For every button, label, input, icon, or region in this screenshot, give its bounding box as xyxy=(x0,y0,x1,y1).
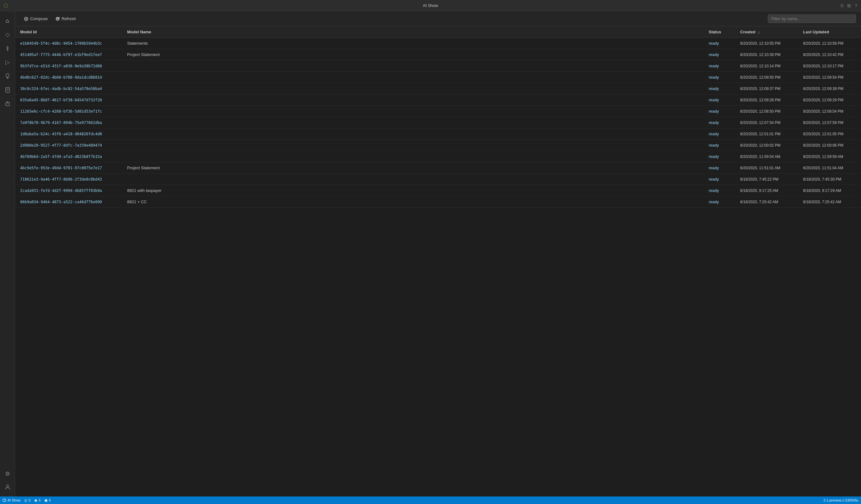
sidebar: ⌂ ◇ ▷ xyxy=(0,11,15,496)
sidebar-item-document[interactable] xyxy=(1,84,14,96)
window-title: AI Show xyxy=(423,3,438,8)
filter-input[interactable] xyxy=(768,14,856,23)
cell-model-name xyxy=(122,140,703,151)
cell-model-name xyxy=(122,174,703,185)
cell-status: ready xyxy=(703,106,735,117)
table-row[interactable]: 06b9a034-9464-4873-a522-ca46d776e0998821… xyxy=(15,196,861,208)
cell-created: 8/20/2020, 12:10:14 PM xyxy=(735,60,798,72)
cell-status: ready xyxy=(703,140,735,151)
cell-model-id: 451405af-f775-444b-bf97-e1bf9ed1fee7 xyxy=(15,49,122,60)
cell-status: ready xyxy=(703,83,735,94)
cell-last-updated: 8/20/2020, 12:10:59 PM xyxy=(798,38,861,49)
cell-model-id: e1b84549-5f4c-4d8c-9454-1709b5944b3c xyxy=(15,38,122,49)
cell-last-updated: 8/20/2020, 11:59:59 AM xyxy=(798,151,861,162)
col-header-status: Status xyxy=(703,26,735,38)
app-body: ⌂ ◇ ▷ xyxy=(0,11,861,496)
main-content: Compose Refresh Model Id Model Name Stat… xyxy=(15,11,861,496)
cell-model-id: 4bc9e5fe-953e-49d4-9701-97c0075e7e17 xyxy=(15,162,122,174)
version-label: 2.1-preview.1-530545c xyxy=(823,498,859,502)
cell-model-id: 710621e3-9a46-4ff7-8b06-2f3de0c0bd43 xyxy=(15,174,122,185)
status-app-name[interactable]: AI Show xyxy=(2,498,20,502)
cell-model-name: Statements xyxy=(122,38,703,49)
cell-model-name: 8821 + CC xyxy=(122,196,703,208)
count1-value: 5 xyxy=(29,498,30,502)
sidebar-item-lightbulb[interactable] xyxy=(1,70,14,82)
status-count3[interactable]: ▣ 5 xyxy=(44,498,51,502)
cell-last-updated: 8/18/2020, 7:25:42 AM xyxy=(798,196,861,208)
svg-rect-7 xyxy=(6,87,10,93)
sidebar-item-plugin[interactable] xyxy=(1,98,14,110)
cell-created: 8/20/2020, 12:10:39 PM xyxy=(735,49,798,60)
cell-model-name xyxy=(122,128,703,140)
count3-icon: ▣ xyxy=(44,498,47,502)
cell-model-name xyxy=(122,106,703,117)
sidebar-item-settings-alt[interactable] xyxy=(1,42,14,55)
cell-status: ready xyxy=(703,174,735,185)
table-row[interactable]: 451405af-f775-444b-bf97-e1bf9ed1fee7Proj… xyxy=(15,49,861,60)
cell-model-id: 11265e6c-cfc4-4260-bf36-5d01d53ef1fc xyxy=(15,106,122,117)
status-bar: AI Show ◎ 5 ◉ 5 ▣ 5 2.1-preview.1-530545… xyxy=(0,496,861,504)
status-version: 2.1-preview.1-530545c xyxy=(823,498,859,502)
cell-status: ready xyxy=(703,38,735,49)
table-row[interactable]: 4bf89b6d-2a5f-47d9-afa3-d823b8f7b15aread… xyxy=(15,151,861,162)
cell-model-name xyxy=(122,72,703,83)
table-row[interactable]: 7a9f8b70-9b79-4167-894b-75e977662dbaread… xyxy=(15,117,861,128)
cell-last-updated: 8/20/2020, 12:09:54 PM xyxy=(798,72,861,83)
cell-model-id: 4bf89b6d-2a5f-47d9-afa3-d823b8f7b15a xyxy=(15,151,122,162)
cell-created: 8/20/2020, 12:09:28 PM xyxy=(735,94,798,106)
sidebar-item-bookmark[interactable]: ◇ xyxy=(1,28,14,41)
cell-created: 8/20/2020, 12:09:50 PM xyxy=(735,72,798,83)
table-row[interactable]: 11265e6c-cfc4-4260-bf36-5d01d53ef1fcread… xyxy=(15,106,861,117)
table-row[interactable]: 635a6a45-8b87-4617-bf38-64547d732f20read… xyxy=(15,94,861,106)
cell-last-updated: 8/20/2020, 12:08:54 PM xyxy=(798,106,861,117)
sidebar-item-home[interactable]: ⌂ xyxy=(1,14,14,27)
col-header-created[interactable]: Created ↓ xyxy=(735,26,798,38)
cell-model-id: 4bd0c627-02dc-4b60-b708-9da1dcd86814 xyxy=(15,72,122,83)
cell-last-updated: 8/20/2020, 12:10:42 PM xyxy=(798,49,861,60)
cell-created: 8/20/2020, 11:51:01 AM xyxy=(735,162,798,174)
cell-model-name: 8821 with taxpayer xyxy=(122,185,703,196)
cell-model-name: Project Statement xyxy=(122,162,703,174)
cell-created: 8/20/2020, 12:09:37 PM xyxy=(735,83,798,94)
compose-button[interactable]: Compose xyxy=(20,14,52,23)
cell-model-id: 1d8aba5a-b24c-43f8-a418-d04826fdc4d0 xyxy=(15,128,122,140)
table-row[interactable]: 1d8aba5a-b24c-43f8-a418-d04826fdc4d0read… xyxy=(15,128,861,140)
cell-model-id: 2cada931-fe7d-4d2f-9994-4b85fff03b9a xyxy=(15,185,122,196)
table-row[interactable]: 4bd0c627-02dc-4b60-b708-9da1dcd86814read… xyxy=(15,72,861,83)
table-row[interactable]: 30c0c324-67ec-4adb-bc82-54a578e58ba4read… xyxy=(15,83,861,94)
table-row[interactable]: 4bc9e5fe-953e-49d4-9701-97c0075e7e17Proj… xyxy=(15,162,861,174)
table-row[interactable]: 710621e3-9a46-4ff7-8b06-2f3de0c0bd43read… xyxy=(15,174,861,185)
cell-created: 8/20/2020, 12:01:01 PM xyxy=(735,128,798,140)
layout-icon[interactable]: ⊞ xyxy=(847,3,851,8)
help-icon[interactable]: ? xyxy=(855,3,857,8)
status-count1[interactable]: ◎ 5 xyxy=(24,498,30,502)
table-row[interactable]: 2d980e20-9527-4f77-8dfc-7a339e489474read… xyxy=(15,140,861,151)
refresh-button[interactable]: Refresh xyxy=(52,14,80,23)
refresh-label: Refresh xyxy=(62,16,76,21)
count2-value: 5 xyxy=(39,498,41,502)
table-row[interactable]: 2cada931-fe7d-4d2f-9994-4b85fff03b9a8821… xyxy=(15,185,861,196)
table-row[interactable]: 9b3fd7ce-e51d-431f-a036-0e9a38b72d60read… xyxy=(15,60,861,72)
table-row[interactable]: e1b84549-5f4c-4d8c-9454-1709b5944b3cStat… xyxy=(15,38,861,49)
sidebar-item-person[interactable] xyxy=(1,481,14,493)
cell-last-updated: 8/18/2020, 9:17:29 AM xyxy=(798,185,861,196)
sort-arrow-created: ↓ xyxy=(758,30,760,34)
app-logo: ⬡ xyxy=(4,2,8,9)
cell-model-name: Project Statement xyxy=(122,49,703,60)
cell-last-updated: 8/20/2020, 12:01:05 PM xyxy=(798,128,861,140)
cell-model-id: 2d980e20-9527-4f77-8dfc-7a339e489474 xyxy=(15,140,122,151)
cell-model-id: 7a9f8b70-9b79-4167-894b-75e977662dba xyxy=(15,117,122,128)
cell-created: 8/20/2020, 12:10:55 PM xyxy=(735,38,798,49)
cell-last-updated: 8/20/2020, 12:09:39 PM xyxy=(798,83,861,94)
svg-rect-11 xyxy=(6,102,10,106)
toolbar: Compose Refresh xyxy=(15,11,861,26)
sidebar-item-run[interactable]: ▷ xyxy=(1,56,14,69)
status-count2[interactable]: ◉ 5 xyxy=(34,498,41,502)
cell-status: ready xyxy=(703,72,735,83)
count1-icon: ◎ xyxy=(24,498,27,502)
share-icon[interactable]: ⎘ xyxy=(841,3,843,8)
cell-status: ready xyxy=(703,49,735,60)
sidebar-bottom: ⚙ xyxy=(1,467,14,494)
cell-status: ready xyxy=(703,196,735,208)
sidebar-item-gear[interactable]: ⚙ xyxy=(1,467,14,480)
